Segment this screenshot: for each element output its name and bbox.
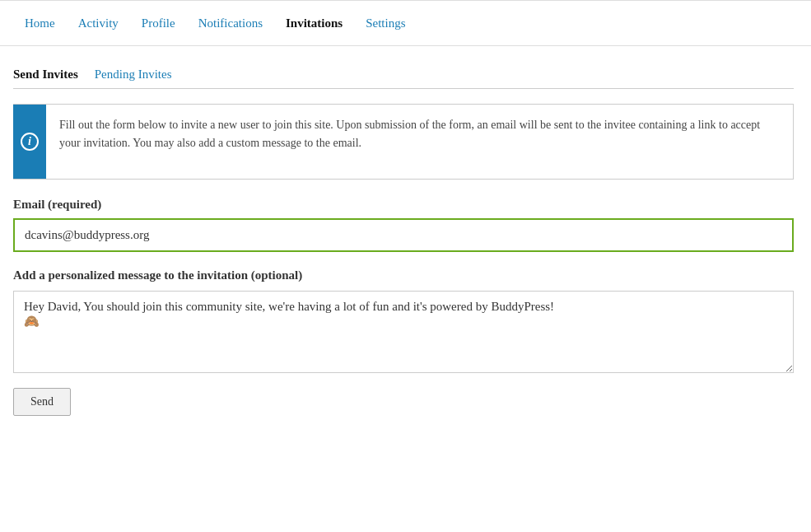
message-label: Add a personalized message to the invita…: [13, 268, 794, 282]
email-label: Email (required): [13, 198, 794, 212]
main-nav: Home Activity Profile Notifications Invi…: [0, 0, 811, 46]
nav-activity[interactable]: Activity: [67, 0, 130, 46]
nav-invitations[interactable]: Invitations: [274, 0, 354, 46]
main-content: Send Invites Pending Invites i Fill out …: [0, 46, 807, 432]
sub-tabs: Send Invites Pending Invites: [13, 63, 794, 89]
tab-pending-invites[interactable]: Pending Invites: [95, 63, 172, 88]
email-input[interactable]: [13, 218, 794, 252]
invite-form: Email (required) Add a personalized mess…: [13, 198, 794, 416]
nav-notifications[interactable]: Notifications: [187, 0, 274, 46]
message-textarea[interactable]: [13, 291, 794, 373]
info-box: i Fill out the form below to invite a ne…: [13, 104, 794, 180]
info-icon: i: [21, 133, 39, 151]
info-box-text: Fill out the form below to invite a new …: [46, 105, 793, 179]
send-button[interactable]: Send: [13, 388, 71, 416]
nav-home[interactable]: Home: [13, 0, 67, 46]
tab-send-invites[interactable]: Send Invites: [13, 63, 78, 88]
nav-settings[interactable]: Settings: [354, 0, 417, 46]
info-box-accent: i: [13, 105, 46, 179]
nav-profile[interactable]: Profile: [130, 0, 187, 46]
